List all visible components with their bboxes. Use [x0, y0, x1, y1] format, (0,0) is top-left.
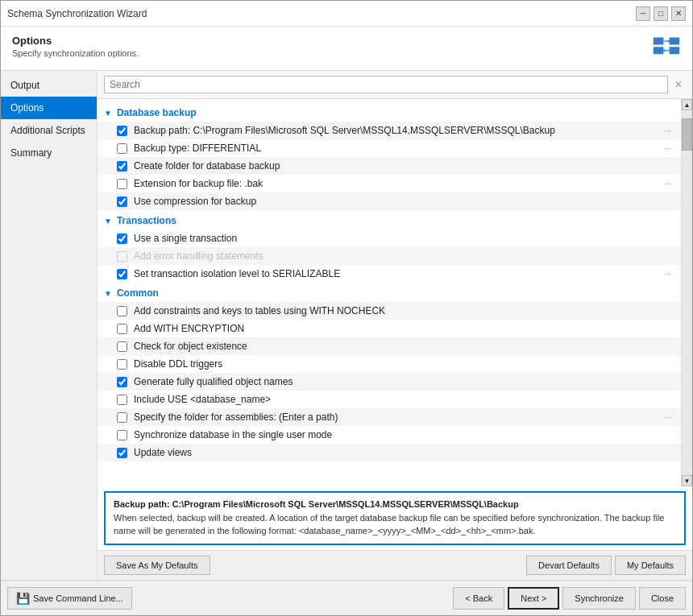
- option-backup-path: Backup path: C:\Program Files\Microsoft …: [98, 122, 681, 139]
- more-button-assemblies[interactable]: ···: [661, 412, 674, 422]
- save-defaults-button[interactable]: Save As My Defaults: [104, 556, 210, 575]
- option-text-single-transaction: Use a single transaction: [134, 233, 674, 244]
- option-qualified-names: Generate fully qualified object names: [98, 373, 681, 391]
- section-arrow-transactions: ▼: [104, 217, 112, 225]
- option-use-database: Include USE <database_name>: [98, 391, 681, 408]
- search-clear-button[interactable]: ✕: [671, 77, 686, 92]
- section-arrow-database-backup: ▼: [104, 109, 112, 118]
- option-text-qualified-names: Generate fully qualified object names: [134, 376, 674, 387]
- info-box: Backup path: C:\Program Files\Microsoft …: [104, 491, 686, 545]
- svg-rect-0: [654, 38, 664, 45]
- search-bar: ✕: [98, 71, 692, 99]
- option-error-handling: Add error handling statements: [98, 247, 681, 265]
- scroll-down-button[interactable]: ▼: [682, 475, 692, 486]
- scrollbar[interactable]: ▲ ▼: [681, 99, 692, 486]
- checkbox-isolation-level[interactable]: [117, 269, 127, 279]
- checkbox-constraints[interactable]: [117, 306, 127, 316]
- save-icon: 💾: [16, 592, 30, 605]
- option-text-ddl-triggers: Disable DDL triggers: [134, 358, 674, 370]
- option-text-encryption: Add WITH ENCRYPTION: [134, 323, 674, 334]
- option-constraints: Add constraints and keys to tables using…: [98, 302, 681, 320]
- sidebar-item-output[interactable]: Output: [1, 74, 97, 97]
- more-button-backup-type[interactable]: ···: [661, 143, 674, 153]
- option-text-use-database: Include USE <database_name>: [134, 394, 674, 405]
- option-text-update-views: Update views: [134, 447, 674, 458]
- scroll-track: [682, 110, 692, 475]
- checkbox-ddl-triggers[interactable]: [117, 359, 127, 370]
- info-box-title: Backup path: C:\Program Files\Microsoft …: [114, 499, 676, 509]
- bottom-right: < Back Next > Synchronize Close: [453, 587, 686, 610]
- section-common[interactable]: ▼ Common: [98, 283, 681, 302]
- checkbox-compression[interactable]: [117, 196, 127, 207]
- app-icon: [652, 35, 681, 64]
- checkbox-backup-path[interactable]: [117, 126, 127, 136]
- more-button-extension[interactable]: ···: [661, 179, 674, 188]
- section-transactions[interactable]: ▼ Transactions: [98, 210, 681, 229]
- info-box-text: When selected, backup will be created. A…: [114, 512, 676, 537]
- checkbox-object-existence[interactable]: [117, 341, 127, 352]
- main-panel: ✕ ▼ Database backup Backup path: C:\Prog…: [98, 71, 692, 580]
- option-extension: Extension for backup file: .bak ···: [98, 175, 681, 192]
- sidebar-item-options[interactable]: Options: [1, 97, 97, 119]
- middle-buttons: Save As My Defaults Devart Defaults My D…: [98, 550, 692, 580]
- more-button-backup-path[interactable]: ···: [661, 126, 674, 135]
- page-title: Options: [12, 35, 139, 47]
- section-database-backup[interactable]: ▼ Database backup: [98, 102, 681, 122]
- checkbox-single-user[interactable]: [117, 430, 127, 440]
- close-button[interactable]: ✕: [671, 6, 686, 21]
- option-backup-type: Backup type: DIFFERENTIAL ···: [98, 139, 681, 157]
- bottom-bar: 💾 Save Command Line... < Back Next > Syn…: [1, 580, 692, 615]
- option-text-extension: Extension for backup file: .bak: [134, 178, 661, 189]
- checkbox-use-database[interactable]: [117, 395, 127, 405]
- option-text-object-existence: Check for object existence: [134, 341, 674, 352]
- checkbox-qualified-names[interactable]: [117, 377, 127, 387]
- option-text-error-handling: Add error handling statements: [134, 250, 674, 262]
- title-bar-controls: ─ □ ✕: [636, 6, 686, 21]
- checkbox-extension[interactable]: [117, 179, 127, 189]
- checkbox-update-views[interactable]: [117, 448, 127, 458]
- option-ddl-triggers: Disable DDL triggers: [98, 355, 681, 373]
- option-assemblies: Specify the folder for assemblies: (Ente…: [98, 408, 681, 426]
- option-text-isolation-level: Set transaction isolation level to SERIA…: [134, 268, 661, 279]
- option-create-folder: Create folder for database backup: [98, 157, 681, 175]
- app-title: Schema Synchronization Wizard: [7, 8, 147, 19]
- save-command-line-button[interactable]: 💾 Save Command Line...: [7, 587, 132, 610]
- option-text-assemblies: Specify the folder for assemblies: (Ente…: [134, 411, 661, 423]
- bottom-left: 💾 Save Command Line...: [7, 587, 132, 610]
- option-text-single-user: Synchronize database in the single user …: [134, 429, 674, 440]
- section-label-database-backup: Database backup: [117, 107, 197, 118]
- option-text-backup-type: Backup type: DIFFERENTIAL: [134, 143, 661, 154]
- sidebar-item-additional[interactable]: Additional Scripts: [1, 119, 97, 142]
- section-arrow-common: ▼: [104, 289, 112, 298]
- checkbox-encryption[interactable]: [117, 324, 127, 334]
- back-button[interactable]: < Back: [453, 587, 504, 610]
- devart-defaults-button[interactable]: Devart Defaults: [526, 556, 612, 575]
- sidebar: Output Options Additional Scripts Summar…: [1, 71, 98, 580]
- checkbox-assemblies[interactable]: [117, 412, 127, 423]
- close-button-bottom[interactable]: Close: [639, 587, 686, 610]
- more-button-isolation-level[interactable]: ···: [661, 269, 674, 279]
- scroll-thumb[interactable]: [682, 118, 692, 151]
- search-input[interactable]: [104, 76, 668, 93]
- option-text-backup-path: Backup path: C:\Program Files\Microsoft …: [134, 125, 661, 136]
- checkbox-backup-type[interactable]: [117, 143, 127, 154]
- options-list: ▼ Database backup Backup path: C:\Progra…: [98, 99, 681, 486]
- next-button[interactable]: Next >: [508, 587, 559, 610]
- my-defaults-button[interactable]: My Defaults: [615, 556, 686, 575]
- scroll-up-button[interactable]: ▲: [682, 99, 692, 110]
- header: Options Specify synchronization options.: [1, 27, 692, 71]
- title-bar: Schema Synchronization Wizard ─ □ ✕: [1, 1, 692, 27]
- sidebar-item-summary[interactable]: Summary: [1, 142, 97, 164]
- option-text-constraints: Add constraints and keys to tables using…: [134, 305, 674, 316]
- option-text-compression: Use compression for backup: [134, 196, 674, 207]
- maximize-button[interactable]: □: [654, 6, 668, 21]
- save-cmd-label: Save Command Line...: [33, 593, 123, 603]
- page-subtitle: Specify synchronization options.: [12, 48, 139, 58]
- option-isolation-level: Set transaction isolation level to SERIA…: [98, 265, 681, 283]
- checkbox-create-folder[interactable]: [117, 161, 127, 172]
- checkbox-single-transaction[interactable]: [117, 234, 127, 244]
- options-panel: ▼ Database backup Backup path: C:\Progra…: [98, 99, 692, 486]
- synchronize-button[interactable]: Synchronize: [562, 587, 636, 610]
- checkbox-error-handling[interactable]: [117, 251, 127, 262]
- minimize-button[interactable]: ─: [636, 6, 650, 21]
